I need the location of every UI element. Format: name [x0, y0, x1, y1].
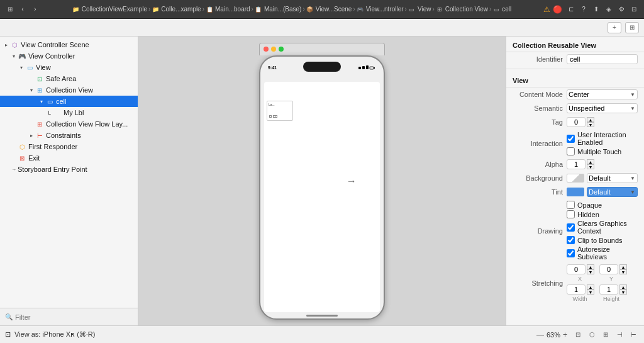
clip-bounds-row[interactable]: Clip to Bounds	[567, 236, 638, 244]
bc-cell[interactable]: ▭ cell	[492, 6, 511, 13]
clears-graphics-row[interactable]: Clears Graphics Context	[567, 220, 638, 235]
stretch-h-input[interactable]	[599, 284, 618, 295]
stretch-x-input[interactable]	[567, 264, 586, 274]
tree-item-scene[interactable]: ▸ ⬡ View Controller Scene	[0, 39, 138, 50]
alpha-stepper-btns: ▲ ▼	[587, 159, 594, 169]
tree-item-constraints[interactable]: ▸ ⊢ Constraints	[0, 130, 138, 141]
tree-item-lbl[interactable]: L My Lbl	[0, 107, 138, 118]
tint-select[interactable]: Default Custom	[587, 187, 638, 197]
tree-item-view[interactable]: ▾ ▭ View	[0, 62, 138, 73]
alpha-increment[interactable]: ▲	[587, 159, 594, 164]
tree-item-flow-layout[interactable]: ⊞ Collection View Flow Lay...	[0, 118, 138, 130]
hidden-checkbox[interactable]	[567, 210, 575, 218]
opaque-row[interactable]: Opaque	[567, 201, 638, 209]
back-icon[interactable]: ‹	[18, 4, 28, 14]
user-interaction-checkbox[interactable]	[567, 135, 575, 143]
tree-item-entry-point[interactable]: → Storyboard Entry Point	[0, 164, 138, 175]
bottom-icon-3[interactable]: ⊞	[600, 329, 611, 340]
main-layout: ▸ ⬡ View Controller Scene ▾ 🎮 View Contr…	[0, 37, 644, 325]
constraints-icon: ⊢	[35, 131, 44, 140]
stretch-y-dec[interactable]: ▼	[619, 269, 627, 274]
tree-item-vc[interactable]: ▾ 🎮 View Controller	[0, 50, 138, 62]
identifier-input[interactable]	[567, 54, 638, 64]
svg-rect-2	[366, 65, 369, 69]
stretch-x-stepper: ▲ ▼	[567, 264, 594, 274]
left-panel: ▸ ⬡ View Controller Scene ▾ 🎮 View Contr…	[0, 37, 138, 325]
bc-view-scene[interactable]: 📦 View...Scene	[306, 6, 352, 13]
clip-bounds-checkbox[interactable]	[567, 236, 575, 244]
divider-1	[506, 69, 644, 69]
interaction-checkboxes: User Interaction Enabled Multiple Touch	[567, 131, 638, 155]
grid-icon[interactable]: ⊞	[5, 4, 15, 14]
bc-main-board[interactable]: 📋 Main...board	[206, 6, 250, 13]
alpha-decrement[interactable]: ▼	[587, 164, 594, 169]
bc-view[interactable]: ▭ View	[408, 6, 431, 13]
tree-item-exit[interactable]: ⊠ Exit	[0, 152, 138, 164]
maximize-dot[interactable]	[279, 47, 284, 52]
forward-icon[interactable]: ›	[30, 4, 40, 14]
filter-input[interactable]	[15, 313, 133, 321]
stretch-h-dec[interactable]: ▼	[619, 290, 627, 295]
interaction-label: Interaction	[513, 140, 563, 147]
stretch-y-inc[interactable]: ▲	[619, 264, 627, 269]
stretch-w-dec[interactable]: ▼	[587, 290, 594, 295]
bc-colle-xample[interactable]: 📁 Colle...xample	[152, 6, 201, 13]
minimize-dot[interactable]	[271, 47, 276, 52]
tree-item-first-responder[interactable]: ⬡ First Responder	[0, 141, 138, 152]
library-button[interactable]: ⊞	[625, 22, 639, 33]
bc-collection-view-example[interactable]: 📁 CollectionViewExample	[72, 6, 147, 13]
alpha-input[interactable]	[567, 159, 586, 169]
stretch-w-input[interactable]	[567, 284, 586, 295]
add-button[interactable]: +	[608, 22, 621, 33]
inspector-icon[interactable]: ⊏	[566, 4, 576, 14]
warning-icon[interactable]: ⚠	[543, 5, 550, 14]
autoresize-checkbox[interactable]	[567, 249, 575, 257]
zoom-in-button[interactable]: +	[563, 330, 567, 339]
tree-item-safe-area[interactable]: ⊡ Safe Area	[0, 73, 138, 84]
clears-graphics-checkbox[interactable]	[567, 223, 575, 232]
error-icon[interactable]: 🔴	[553, 5, 562, 14]
top-toolbar: ⊞ ‹ › 📁 CollectionViewExample › 📁 Colle.…	[0, 0, 644, 19]
storyboard-icon-2: 📋	[255, 6, 262, 13]
stretch-x-inc[interactable]: ▲	[587, 264, 594, 269]
user-interaction-label[interactable]: User Interaction Enabled	[567, 131, 638, 146]
bc-main-base[interactable]: 📋 Main...(Base)	[255, 6, 301, 13]
multiple-touch-label[interactable]: Multiple Touch	[567, 147, 638, 155]
stretch-w-inc[interactable]: ▲	[587, 284, 594, 290]
zoom-out-button[interactable]: —	[536, 330, 544, 339]
bottom-icon-2[interactable]: ⬡	[586, 329, 597, 340]
tag-input[interactable]	[567, 117, 586, 127]
multiple-touch-checkbox[interactable]	[567, 147, 575, 155]
share-icon[interactable]: ⬆	[591, 4, 601, 14]
bottom-icon-4[interactable]: ⊣	[614, 329, 625, 340]
opaque-checkbox[interactable]	[567, 201, 575, 209]
plugin-icon[interactable]: ◈	[604, 4, 614, 14]
bc-view-controller[interactable]: 🎮 View...ntroller	[357, 6, 404, 13]
bc-collection-view[interactable]: ⊞ Collection View	[436, 6, 488, 13]
phone-status	[358, 65, 377, 71]
tree-item-collection-view[interactable]: ▾ ⊞ Collection View	[0, 84, 138, 96]
tint-row: Tint Default Custom	[506, 185, 644, 199]
settings-icon[interactable]: ⚙	[616, 4, 626, 14]
maximize-icon[interactable]: ⊡	[629, 4, 639, 14]
stretch-y-input[interactable]	[599, 264, 618, 274]
tree-item-cell[interactable]: ▾ ▭ cell	[0, 96, 138, 107]
tag-increment[interactable]: ▲	[587, 117, 594, 122]
bottom-icon-1[interactable]: ⊡	[572, 329, 584, 340]
autoresize-row[interactable]: Autoresize Subviews	[567, 245, 638, 261]
stretch-h-inc[interactable]: ▲	[619, 284, 627, 290]
semantic-select[interactable]: Unspecified Playback Spatial	[567, 103, 638, 113]
stretch-x-dec[interactable]: ▼	[587, 269, 594, 274]
constraints-expand: ▸	[28, 133, 35, 138]
help-icon[interactable]: ?	[579, 4, 589, 14]
exit-icon: ⊠	[18, 154, 26, 162]
semantic-label: Semantic	[513, 104, 563, 112]
folder-icon: 📁	[72, 6, 80, 13]
svg-rect-4	[374, 67, 375, 69]
hidden-row[interactable]: Hidden	[567, 210, 638, 218]
background-select[interactable]: Default White Black Clear Color	[587, 173, 638, 183]
content-mode-select[interactable]: Center Scale To Fill Aspect Fit Aspect F…	[567, 89, 638, 99]
tag-decrement[interactable]: ▼	[587, 122, 594, 127]
close-dot[interactable]	[264, 47, 269, 52]
bottom-icon-5[interactable]: ⊢	[628, 329, 639, 340]
